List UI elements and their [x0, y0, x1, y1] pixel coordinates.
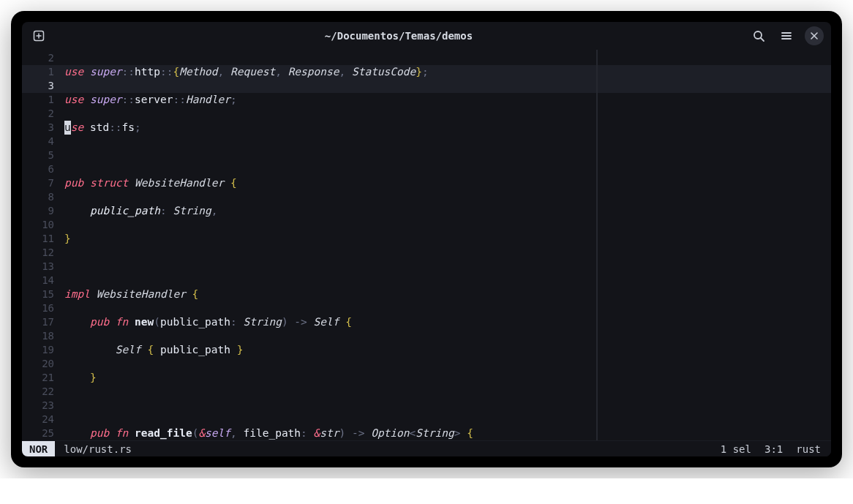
vertical-split[interactable] [596, 50, 598, 440]
line-number: 6 [22, 162, 54, 176]
line-number: 7 [22, 176, 54, 190]
code-line: } [64, 371, 831, 385]
line-number: 1 [22, 65, 54, 79]
editor[interactable]: 2131234567891011121314151617181920212223… [22, 50, 831, 456]
titlebar: ~/Documentos/Temas/demos [22, 22, 831, 50]
code-area[interactable]: 2131234567891011121314151617181920212223… [22, 50, 831, 440]
line-number: 1 [22, 93, 54, 107]
new-tab-button[interactable] [29, 26, 48, 45]
code-line [64, 148, 831, 162]
code-line: use super::server::Handler; [64, 93, 831, 107]
code-line: pub fn read_file(&self, file_path: &str)… [64, 426, 831, 440]
search-button[interactable] [749, 26, 768, 45]
line-number: 23 [22, 399, 54, 413]
code-line: public_path: String, [64, 204, 831, 218]
code-line: use std::fs; [64, 121, 831, 135]
code-line: impl WebsiteHandler { [64, 287, 831, 301]
status-position: 3:1 [764, 443, 783, 455]
line-number: 19 [22, 343, 54, 357]
line-number: 5 [22, 148, 54, 162]
window-frame: ~/Documentos/Temas/demos [11, 11, 842, 467]
search-icon [752, 29, 765, 42]
line-number: 22 [22, 385, 54, 399]
line-number: 3 [22, 121, 54, 135]
line-number: 15 [22, 287, 54, 301]
line-number: 24 [22, 413, 54, 426]
line-number: 11 [22, 232, 54, 246]
code-line [64, 260, 831, 274]
line-number: 3 [22, 79, 54, 93]
terminal: ~/Documentos/Temas/demos [22, 22, 831, 456]
line-number: 25 [22, 426, 54, 440]
code-line [64, 399, 831, 413]
line-number: 8 [22, 190, 54, 204]
statusbar: NOR low/rust.rs 1 sel 3:1 rust [22, 440, 831, 456]
status-selection: 1 sel [721, 443, 751, 455]
gutter: 2131234567891011121314151617181920212223… [22, 50, 61, 440]
line-number: 2 [22, 107, 54, 121]
code-line: } [64, 232, 831, 246]
code-line: pub fn new(public_path: String) -> Self … [64, 315, 831, 329]
code[interactable]: use super::http::{Method, Request, Respo… [61, 50, 831, 440]
code-line: use super::http::{Method, Request, Respo… [64, 65, 831, 79]
window-title: ~/Documentos/Temas/demos [48, 30, 749, 42]
cursor: u [64, 121, 71, 135]
line-number: 14 [22, 274, 54, 287]
status-language: rust [796, 443, 821, 455]
menu-button[interactable] [777, 26, 796, 45]
plus-square-icon [33, 30, 45, 42]
hamburger-icon [780, 29, 793, 42]
line-number: 21 [22, 371, 54, 385]
line-number: 16 [22, 301, 54, 315]
line-number: 10 [22, 218, 54, 232]
code-line: Self { public_path } [64, 343, 831, 357]
line-number: 9 [22, 204, 54, 218]
line-number: 17 [22, 315, 54, 329]
editor-mode: NOR [22, 441, 55, 456]
line-number: 4 [22, 135, 54, 148]
status-file: low/rust.rs [64, 443, 132, 455]
close-button[interactable] [805, 26, 824, 45]
line-number: 18 [22, 329, 54, 343]
line-number: 13 [22, 260, 54, 274]
line-number: 20 [22, 357, 54, 371]
line-number: 2 [22, 51, 54, 65]
line-number: 12 [22, 246, 54, 260]
code-line: pub struct WebsiteHandler { [64, 176, 831, 190]
close-icon [809, 31, 819, 41]
